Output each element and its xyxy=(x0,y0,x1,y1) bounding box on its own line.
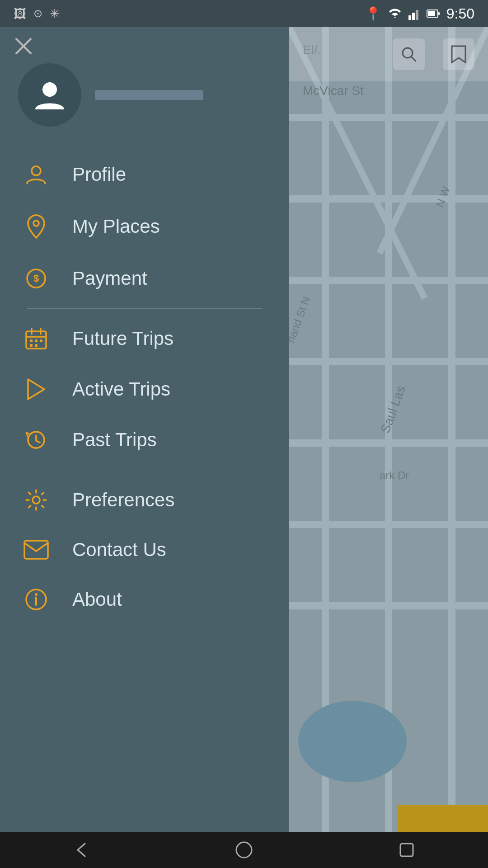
svg-text:ark Dr: ark Dr xyxy=(380,469,409,481)
bottom-navigation xyxy=(0,832,488,868)
map-topbar xyxy=(289,27,488,81)
user-profile-section xyxy=(0,27,289,145)
svg-point-33 xyxy=(32,166,41,175)
svg-point-46 xyxy=(33,496,40,504)
battery-status-icon xyxy=(427,9,440,19)
svg-rect-0 xyxy=(408,15,411,20)
svg-point-26 xyxy=(298,701,407,782)
location-status-icon: 📍 xyxy=(365,6,381,22)
search-map-button[interactable] xyxy=(393,38,425,70)
menu-item-past-trips[interactable]: Past Trips xyxy=(0,415,289,465)
svg-rect-5 xyxy=(428,11,435,16)
contact-us-label: Contact Us xyxy=(72,539,166,561)
info-icon xyxy=(23,588,50,611)
image-status-icon: 🖼 xyxy=(14,6,26,21)
payment-label: Payment xyxy=(72,268,147,289)
person-icon xyxy=(23,163,50,186)
svg-rect-43 xyxy=(40,340,42,342)
status-time: 9:50 xyxy=(446,5,474,22)
divider-2 xyxy=(27,470,262,470)
status-right-icons: 📍 9:50 xyxy=(365,5,474,22)
user-name-placeholder xyxy=(95,90,203,100)
menu-item-my-places[interactable]: My Places xyxy=(0,200,289,253)
svg-rect-1 xyxy=(412,13,415,20)
navigation-drawer: Profile My Places $ Payment xyxy=(0,27,289,832)
back-button[interactable] xyxy=(63,832,99,868)
svg-rect-52 xyxy=(400,844,413,856)
svg-rect-27 xyxy=(398,805,488,832)
calendar-icon xyxy=(23,327,50,350)
profile-label: Profile xyxy=(72,164,126,185)
svg-rect-45 xyxy=(35,344,38,347)
menu-item-contact-us[interactable]: Contact Us xyxy=(0,525,289,574)
home-button[interactable] xyxy=(226,832,262,868)
wifi-status-icon xyxy=(388,8,402,19)
past-trips-label: Past Trips xyxy=(72,429,157,451)
svg-point-32 xyxy=(42,82,57,97)
play-icon xyxy=(23,377,50,401)
svg-point-34 xyxy=(33,221,39,226)
payment-icon: $ xyxy=(23,267,50,290)
shield-status-icon: ⊙ xyxy=(33,7,42,20)
menu-item-preferences[interactable]: Preferences xyxy=(0,475,289,525)
status-left-icons: 🖼 ⊙ ✳ xyxy=(14,6,60,21)
gear-icon xyxy=(23,488,50,512)
svg-rect-47 xyxy=(24,541,48,559)
signal-status-icon xyxy=(408,7,420,20)
menu-item-payment[interactable]: $ Payment xyxy=(0,253,289,304)
divider-1 xyxy=(27,308,262,309)
bookmark-map-button[interactable] xyxy=(443,38,474,70)
svg-point-50 xyxy=(35,593,38,596)
location-pin-icon xyxy=(23,213,50,240)
future-trips-label: Future Trips xyxy=(72,328,174,349)
menu-item-profile[interactable]: Profile xyxy=(0,149,289,200)
avatar xyxy=(18,63,81,127)
status-bar: 🖼 ⊙ ✳ 📍 9:50 xyxy=(0,0,488,27)
svg-text:$: $ xyxy=(33,273,39,284)
svg-point-51 xyxy=(236,842,252,858)
about-label: About xyxy=(72,589,122,610)
svg-line-29 xyxy=(411,57,416,61)
svg-text:McVicar St: McVicar St xyxy=(303,84,364,98)
preferences-label: Preferences xyxy=(72,489,174,511)
svg-rect-41 xyxy=(30,340,33,342)
recents-button[interactable] xyxy=(389,832,425,868)
history-icon xyxy=(23,428,50,452)
my-places-label: My Places xyxy=(72,216,160,237)
menu-item-future-trips[interactable]: Future Trips xyxy=(0,313,289,364)
satellite-status-icon: ✳ xyxy=(50,7,60,21)
svg-rect-42 xyxy=(35,340,38,342)
menu-list: Profile My Places $ Payment xyxy=(0,145,289,832)
svg-rect-44 xyxy=(30,344,33,347)
map-background: McVicar St Saul Las rland St N N W ark D… xyxy=(289,27,488,832)
svg-rect-6 xyxy=(438,12,440,15)
menu-item-about[interactable]: About xyxy=(0,574,289,625)
mail-icon xyxy=(23,539,50,560)
close-drawer-button[interactable] xyxy=(14,36,33,56)
active-trips-label: Active Trips xyxy=(72,378,170,400)
svg-rect-2 xyxy=(416,10,418,20)
menu-item-active-trips[interactable]: Active Trips xyxy=(0,364,289,415)
